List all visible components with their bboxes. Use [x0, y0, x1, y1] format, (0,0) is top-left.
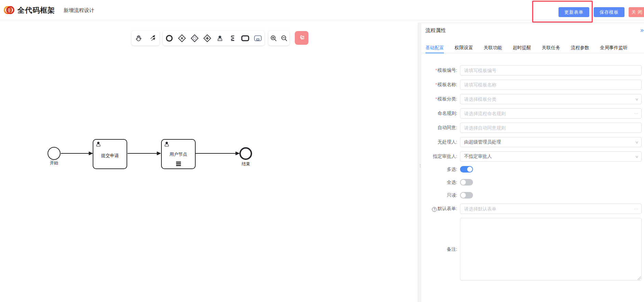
- naming-rule-label: 命名规则:: [421, 110, 457, 116]
- tab-related-functions[interactable]: 关联功能: [484, 43, 502, 53]
- template-name-input[interactable]: [460, 80, 642, 90]
- remark-textarea[interactable]: [460, 218, 642, 280]
- sequence-flow-edges: [0, 20, 418, 302]
- required-asterisk: *: [435, 82, 437, 87]
- form-row-assigned-approver: 指定审批人: ∨: [421, 151, 642, 162]
- process-properties-panel: 流程属性 » 基础配置 权限设置 关联功能 超时提醒 关联任务 流程参数 全局事…: [421, 23, 644, 302]
- naming-rule-picker[interactable]: [460, 108, 642, 119]
- required-asterisk: *: [435, 68, 437, 73]
- panel-resize-divider[interactable]: [418, 23, 421, 302]
- end-event-label: 结束: [238, 161, 253, 167]
- select-all-toggle[interactable]: [460, 179, 473, 186]
- tab-process-params[interactable]: 流程参数: [571, 43, 589, 53]
- start-event-node[interactable]: [48, 147, 61, 160]
- task-node-user[interactable]: 用户节点: [161, 139, 196, 169]
- form-row-read-only: 只读:: [421, 192, 642, 198]
- form-row-select-all: 全选:: [421, 179, 642, 186]
- save-template-button[interactable]: 保存模板: [594, 7, 625, 17]
- multi-instance-marker-icon: [176, 162, 181, 166]
- auto-agree-label: 自动同意:: [421, 125, 457, 131]
- read-only-toggle[interactable]: [460, 192, 473, 198]
- user-task-icon: [95, 141, 101, 147]
- no-handler-label: 无处理人:: [421, 139, 457, 145]
- remark-label: 备注:: [421, 246, 457, 252]
- multi-select-toggle[interactable]: [460, 166, 473, 173]
- panel-title: 流程属性: [425, 27, 446, 34]
- required-asterisk: *: [435, 96, 437, 101]
- default-form-picker[interactable]: [460, 204, 642, 214]
- task-label: 用户节点: [162, 151, 195, 157]
- form-row-template-name: *模板名称:: [421, 80, 642, 90]
- app-header: 全代码框架 新增流程设计 更新表单 保存模板 关 闭: [0, 0, 644, 20]
- tab-related-tasks[interactable]: 关联任务: [542, 43, 560, 53]
- divider-grip-icon[interactable]: ⋮: [418, 164, 421, 167]
- tab-global-event-listener[interactable]: 全局事件监听: [600, 43, 628, 53]
- template-code-label: 模板编号:: [437, 68, 457, 73]
- form-row-template-code: *模板编号:: [421, 65, 642, 76]
- update-form-button[interactable]: 更新表单: [558, 7, 589, 17]
- template-code-input[interactable]: [460, 65, 642, 76]
- tab-basic-config[interactable]: 基础配置: [425, 43, 444, 53]
- close-button[interactable]: 关 闭: [629, 7, 644, 17]
- panel-tabs: 基础配置 权限设置 关联功能 超时提醒 关联任务 流程参数 全局事件监听: [421, 43, 644, 53]
- template-category-select[interactable]: [460, 94, 642, 104]
- task-node-submit[interactable]: 提交申请: [93, 139, 127, 169]
- form-row-multi-select: 多选:: [421, 166, 642, 173]
- brand-name: 全代码框架: [17, 5, 55, 15]
- brand-logo-icon: [3, 4, 15, 16]
- process-designer-app: 全代码框架 新增流程设计 更新表单 保存模板 关 闭: [0, 0, 644, 302]
- start-event-label: 开始: [47, 160, 62, 166]
- no-handler-select[interactable]: [460, 137, 642, 147]
- tab-permission-settings[interactable]: 权限设置: [455, 43, 473, 53]
- user-task-icon: [164, 141, 170, 147]
- form-row-template-category: *模板分类: ∨: [421, 94, 642, 104]
- end-event-node[interactable]: [239, 147, 252, 160]
- collapse-panel-icon[interactable]: »: [640, 27, 644, 34]
- tab-timeout-reminder[interactable]: 超时提醒: [513, 43, 531, 53]
- form-row-no-handler: 无处理人: ∨: [421, 137, 642, 147]
- assigned-approver-select[interactable]: [460, 151, 642, 162]
- help-icon: ?: [432, 207, 437, 212]
- brand: 全代码框架: [3, 4, 55, 16]
- template-category-label: 模板分类:: [437, 96, 457, 101]
- select-all-label: 全选:: [421, 179, 457, 186]
- form-row-default-form: ?默认表单: ···: [421, 204, 642, 214]
- form-row-naming-rule: 命名规则: ···: [421, 108, 642, 119]
- bpmn-canvas[interactable]: 开始 提交申请 用户节点 结束: [0, 20, 418, 302]
- task-label: 提交申请: [93, 153, 127, 159]
- assigned-approver-label: 指定审批人:: [421, 153, 457, 160]
- page-title: 新增流程设计: [64, 7, 94, 14]
- default-form-label: 默认表单:: [437, 206, 457, 211]
- read-only-label: 只读:: [421, 192, 457, 198]
- template-name-label: 模板名称:: [437, 82, 457, 87]
- form-row-auto-agree: 自动同意:: [421, 123, 642, 133]
- auto-agree-input[interactable]: [460, 123, 642, 133]
- form-row-remark: 备注:: [421, 218, 642, 280]
- multi-select-label: 多选:: [421, 166, 457, 173]
